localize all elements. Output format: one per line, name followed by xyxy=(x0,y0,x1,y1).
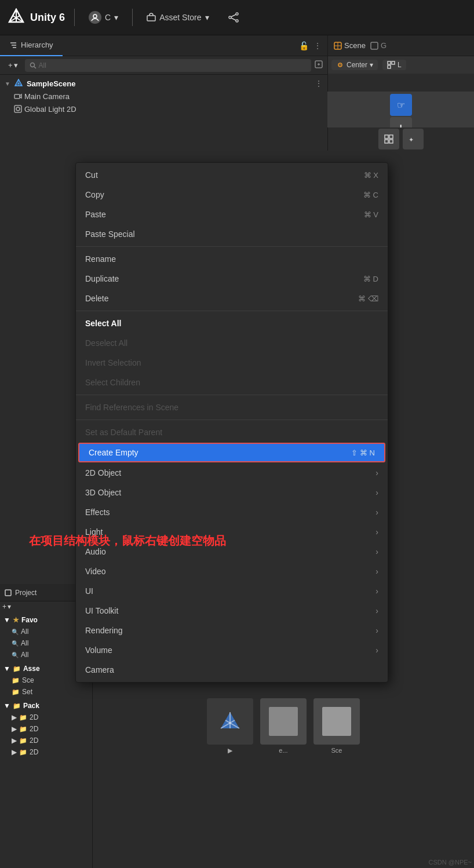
more-options-icon[interactable]: ⋮ xyxy=(313,41,322,50)
all-label-2: All xyxy=(21,639,28,647)
menu-item-effects[interactable]: Effects › xyxy=(76,502,388,522)
pack-2d-3[interactable]: ▶ 📁 2D xyxy=(0,735,92,746)
menu-item-2d-object[interactable]: 2D Object › xyxy=(76,463,388,483)
svg-rect-33 xyxy=(388,61,391,64)
assets-set[interactable]: 📁 Set xyxy=(0,686,92,698)
game-tab[interactable]: G xyxy=(370,41,387,50)
scene-tab[interactable]: Scene xyxy=(334,41,366,50)
menu-label-select-all: Select All xyxy=(85,319,122,328)
account-button[interactable]: C ▾ xyxy=(84,9,123,26)
asset-item-1[interactable]: ▶ xyxy=(207,698,253,754)
scene-collapse-icon: ▼ xyxy=(5,81,10,87)
asset-store-arrow: ▾ xyxy=(205,13,209,22)
main-camera-item[interactable]: Main Camera xyxy=(0,90,327,103)
scene-fx-btn[interactable]: ✦ xyxy=(403,129,424,149)
scene-tab-bar: Scene G xyxy=(328,35,474,56)
packages-item[interactable]: ▼ 📁 Pack xyxy=(0,700,92,712)
view-mode-dropdown[interactable]: L xyxy=(382,60,406,70)
menu-label-rename: Rename xyxy=(85,254,116,264)
plus-icon: + xyxy=(8,61,13,70)
menu-arrow-video: › xyxy=(375,567,378,576)
scene-tab-label: Scene xyxy=(344,41,366,50)
scene-grid-btn[interactable] xyxy=(378,129,399,149)
scene-tab-icon xyxy=(334,42,342,50)
assets-collapse-icon: ▼ xyxy=(3,665,10,673)
menu-shortcut-delete: ⌘ ⌫ xyxy=(358,294,378,303)
project-tab-label: Project xyxy=(15,589,37,597)
set-label: Set xyxy=(22,688,32,696)
menu-arrow-audio: › xyxy=(375,547,378,556)
add-button[interactable]: + ▾ xyxy=(5,60,21,71)
lock-icon[interactable]: 🔓 xyxy=(299,41,309,50)
menu-label-delete: Delete xyxy=(85,294,108,303)
pack-2d-4[interactable]: ▶ 📁 2D xyxy=(0,746,92,758)
svg-text:✦: ✦ xyxy=(409,136,414,143)
menu-item-duplicate[interactable]: Duplicate ⌘ D xyxy=(76,269,388,289)
pivot-center-dropdown[interactable]: Center ▾ xyxy=(331,60,378,70)
menu-item-rendering[interactable]: Rendering › xyxy=(76,621,388,640)
svg-rect-41 xyxy=(5,590,11,596)
svg-point-8 xyxy=(236,20,238,22)
asset-store-button[interactable]: Asset Store ▾ xyxy=(142,10,213,24)
menu-label-effects: Effects xyxy=(85,508,110,517)
scene-menu-icon[interactable]: ⋮ xyxy=(315,79,323,88)
menu-item-select-children[interactable]: Select Children xyxy=(76,373,388,392)
svg-rect-34 xyxy=(392,61,395,64)
menu-item-video[interactable]: Video › xyxy=(76,561,388,581)
menu-item-3d-object[interactable]: 3D Object › xyxy=(76,483,388,502)
pack-2d-2[interactable]: ▶ 📁 2D xyxy=(0,723,92,735)
pack-2d-1-icon: 📁 xyxy=(19,714,27,721)
hierarchy-tab-label: Hierarchy xyxy=(21,41,53,49)
search-icon-3: 🔍 xyxy=(12,652,19,658)
menu-item-camera[interactable]: Camera xyxy=(76,660,388,680)
hand-tool-button[interactable]: ☞ xyxy=(390,94,412,116)
menu-arrow-ui-toolkit: › xyxy=(375,606,378,615)
menu-item-ui-toolkit[interactable]: UI Toolkit › xyxy=(76,601,388,621)
account-label: C xyxy=(105,13,111,22)
svg-rect-5 xyxy=(147,16,155,21)
context-menu: Cut ⌘ X Copy ⌘ C Paste ⌘ V Paste Special… xyxy=(75,162,388,683)
network-button[interactable] xyxy=(223,9,244,25)
menu-arrow-2d-object: › xyxy=(375,468,378,477)
scene-item[interactable]: ▼ SampleScene ⋮ xyxy=(0,77,327,90)
svg-rect-23 xyxy=(14,94,20,99)
menu-item-delete[interactable]: Delete ⌘ ⌫ xyxy=(76,289,388,308)
hierarchy-tab[interactable]: Hierarchy xyxy=(0,35,63,56)
menu-item-ui[interactable]: UI › xyxy=(76,581,388,601)
menu-sep-4 xyxy=(76,420,388,420)
svg-point-7 xyxy=(236,13,238,15)
menu-item-cut[interactable]: Cut ⌘ X xyxy=(76,165,388,185)
search-expand-icon[interactable] xyxy=(315,60,323,71)
menu-item-deselect-all[interactable]: Deselect All xyxy=(76,333,388,353)
menu-item-select-all[interactable]: Select All xyxy=(76,313,388,333)
pack-2d-1[interactable]: ▶ 📁 2D xyxy=(0,712,92,723)
menu-item-find-references[interactable]: Find References in Scene xyxy=(76,397,388,417)
pack-folder-icon: 📁 xyxy=(13,702,21,710)
global-light-item[interactable]: Global Light 2D xyxy=(0,103,327,115)
menu-item-volume[interactable]: Volume › xyxy=(76,640,388,660)
asset-item-3[interactable]: Sce xyxy=(313,698,360,754)
menu-item-copy[interactable]: Copy ⌘ C xyxy=(76,185,388,205)
game-icon xyxy=(370,42,378,50)
menu-item-set-default-parent[interactable]: Set as Default Parent xyxy=(76,422,388,442)
menu-item-invert-selection[interactable]: Invert Selection xyxy=(76,353,388,373)
menu-item-paste-special[interactable]: Paste Special xyxy=(76,224,388,244)
pack-2d-2-label: 2D xyxy=(30,725,38,733)
hierarchy-tab-icons: 🔓 ⋮ xyxy=(299,41,327,50)
menu-label-2d-object: 2D Object xyxy=(85,468,121,477)
menu-label-cut: Cut xyxy=(85,170,98,180)
hierarchy-tab-bar: Hierarchy 🔓 ⋮ xyxy=(0,35,327,56)
menu-item-create-empty[interactable]: Create Empty ⇧ ⌘ N xyxy=(78,443,385,462)
menu-item-paste[interactable]: Paste ⌘ V xyxy=(76,205,388,224)
menu-arrow-3d-object: › xyxy=(375,488,378,497)
search-input[interactable]: All xyxy=(25,59,311,72)
account-icon xyxy=(89,11,101,24)
menu-shortcut-copy: ⌘ C xyxy=(363,191,378,199)
pack-2d-4-label: 2D xyxy=(30,748,38,756)
menu-label-select-children: Select Children xyxy=(85,378,140,387)
search-placeholder: All xyxy=(39,61,46,70)
asset-item-2[interactable]: e... xyxy=(260,698,307,754)
menu-item-rename[interactable]: Rename xyxy=(76,249,388,269)
scene-name: SampleScene xyxy=(27,79,76,88)
view-mode-icon xyxy=(387,61,395,69)
